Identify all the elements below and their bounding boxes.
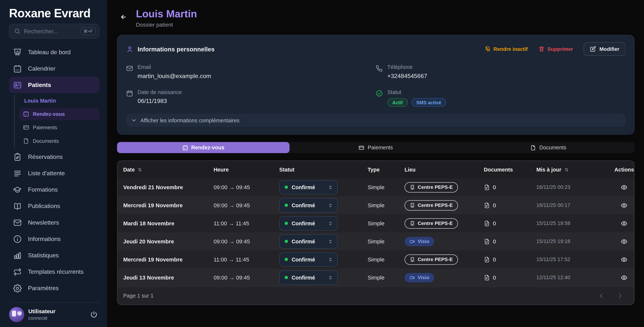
status-value: Confirmé xyxy=(292,202,324,208)
column-header-time[interactable]: Heure xyxy=(214,166,279,173)
chevron-right-icon[interactable] xyxy=(617,292,624,299)
building-icon xyxy=(410,185,415,190)
document-icon xyxy=(484,274,490,281)
set-inactive-button[interactable]: Rendre inactif xyxy=(484,46,528,52)
appointment-type: Simple xyxy=(368,184,404,190)
column-header-location[interactable]: Lieu xyxy=(404,166,484,173)
sidebar-item-label: Réservations xyxy=(28,153,63,160)
phone-value: +32484545667 xyxy=(387,73,427,79)
eye-icon[interactable] xyxy=(620,202,628,209)
birthdate-field: Date de naissance 06/11/1983 xyxy=(126,89,376,107)
updated-at: 16/11/25 00:17 xyxy=(536,202,614,208)
sidebar-item-trainings[interactable]: Formations xyxy=(9,181,99,198)
column-header-updated[interactable]: Mis à jour xyxy=(536,166,614,173)
document-icon xyxy=(484,220,490,226)
subtree-patient-name[interactable]: Louis Martin xyxy=(19,95,99,107)
status-dot-icon xyxy=(284,204,288,207)
tab-appointments[interactable]: Rendez-vous xyxy=(117,142,290,153)
chevron-left-icon[interactable] xyxy=(598,292,604,299)
sidebar-item-publications[interactable]: Publications xyxy=(9,198,99,214)
document-icon xyxy=(484,184,490,190)
eye-icon[interactable] xyxy=(620,274,628,281)
status-select[interactable]: Confirmé xyxy=(279,252,338,267)
sidebar-item-waitlist[interactable]: Liste d'attente xyxy=(9,165,99,181)
column-header-type[interactable]: Type xyxy=(368,166,404,173)
appointment-type: Simple xyxy=(368,220,404,226)
status-select[interactable]: Confirmé xyxy=(279,198,338,212)
show-more-toggle[interactable]: Afficher les informations complémentaire… xyxy=(126,114,626,127)
status-select[interactable]: Confirmé xyxy=(279,270,338,285)
gear-icon xyxy=(13,284,22,292)
phone-field: Téléphone +32484545667 xyxy=(376,64,626,79)
documents-count: 0 xyxy=(493,256,496,262)
status-badge-sms: SMS activé xyxy=(412,98,446,107)
sidebar-item-recurring-templates[interactable]: Templates récurrents xyxy=(9,264,99,280)
set-inactive-label: Rendre inactif xyxy=(494,46,528,52)
sidebar-item-label: Patients xyxy=(28,82,51,88)
sidebar-item-statistics[interactable]: Statistiques xyxy=(9,247,99,264)
sidebar-item-patients[interactable]: Patients xyxy=(9,77,99,93)
delete-button[interactable]: Supprimer xyxy=(538,46,573,52)
tab-payments[interactable]: Paiements xyxy=(290,142,462,153)
calendar-icon xyxy=(23,111,29,117)
logout-button[interactable] xyxy=(88,309,100,320)
appointment-type: Simple xyxy=(368,256,404,262)
back-button[interactable] xyxy=(117,10,129,23)
show-more-label: Afficher les informations complémentaire… xyxy=(140,117,240,123)
building-icon xyxy=(410,203,415,208)
search-icon xyxy=(14,28,20,34)
search-input[interactable]: Rechercher... ⌘+F xyxy=(9,24,99,38)
eye-icon[interactable] xyxy=(620,220,628,227)
appointment-date: Mercredi 19 Novembre xyxy=(123,256,214,262)
eye-icon[interactable] xyxy=(620,238,628,245)
subtree-item-payments[interactable]: Paiements xyxy=(19,121,99,133)
document-icon xyxy=(484,238,490,244)
sidebar-item-dashboard[interactable]: Tableau de bord xyxy=(9,44,99,60)
edit-label: Modifier xyxy=(600,46,620,52)
sidebar-item-newsletters[interactable]: Newsletters xyxy=(9,214,99,231)
status-select[interactable]: Confirmé xyxy=(279,180,338,194)
chevrons-up-down-icon xyxy=(328,203,333,208)
sidebar-item-settings[interactable]: Paramètres xyxy=(9,280,99,296)
user-name: Utilisateur xyxy=(28,308,84,315)
table-header-row: Date Heure Statut Type Lieu Documents Mi… xyxy=(118,161,634,178)
tab-documents[interactable]: Documents xyxy=(462,142,635,153)
edit-button[interactable]: Modifier xyxy=(584,42,626,56)
sidebar-item-informations[interactable]: Informations xyxy=(9,231,99,247)
updated-at: 15/11/25 17:52 xyxy=(536,257,614,262)
status-dot-icon xyxy=(284,185,288,189)
location-pill: Centre PEPS-E xyxy=(404,182,458,192)
location-pill: Visio xyxy=(404,273,434,282)
power-icon xyxy=(90,311,98,319)
column-header-status[interactable]: Statut xyxy=(279,166,368,173)
subtree-item-label: Paiements xyxy=(33,125,57,130)
info-icon xyxy=(13,235,22,243)
updated-at: 16/11/25 00:23 xyxy=(536,184,614,190)
calendar-icon xyxy=(13,64,22,73)
appointment-time: 11:00 → 11:45 xyxy=(214,256,279,262)
table-body: Vendredi 21 Novembre 09:00 → 09:45 Confi… xyxy=(118,178,634,287)
birthdate-label: Date de naissance xyxy=(138,89,182,95)
sidebar-item-calendar[interactable]: Calendrier xyxy=(9,60,99,77)
tab-label: Paiements xyxy=(368,144,393,151)
refresh-icon xyxy=(13,267,22,276)
column-header-documents[interactable]: Documents xyxy=(484,166,536,173)
status-value: Confirmé xyxy=(292,220,324,226)
sidebar-item-reservations[interactable]: Réservations xyxy=(9,149,99,165)
sidebar-item-label: Informations xyxy=(28,236,61,242)
status-select[interactable]: Confirmé xyxy=(279,234,338,248)
status-value: Confirmé xyxy=(292,238,324,244)
eye-icon[interactable] xyxy=(620,256,628,263)
status-select[interactable]: Confirmé xyxy=(279,216,338,230)
subtree-item-appointments[interactable]: Rendez-vous xyxy=(19,108,99,120)
column-header-date[interactable]: Date xyxy=(123,166,214,173)
avatar xyxy=(9,307,24,322)
subtree-item-documents[interactable]: Documents xyxy=(19,135,99,147)
chevron-down-icon xyxy=(131,117,137,123)
sort-icon xyxy=(564,167,569,172)
eye-icon[interactable] xyxy=(620,184,628,191)
table-footer: Page 1 sur 1 xyxy=(118,286,634,305)
trash-icon xyxy=(538,46,544,52)
location-label: Centre PEPS-E xyxy=(418,202,453,208)
appointment-time: 09:00 → 09:45 xyxy=(214,238,279,244)
